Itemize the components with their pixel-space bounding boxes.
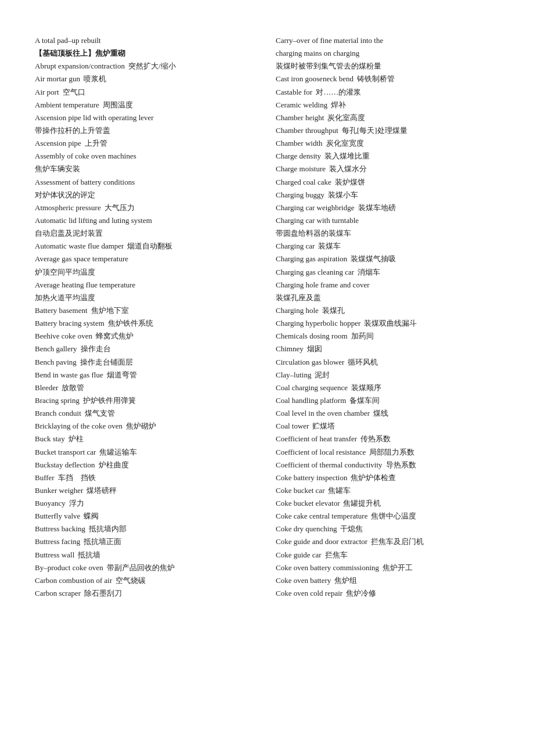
- list-item: Carbon combustion of air空气烧碳: [35, 575, 258, 586]
- entry-chinese: 焦炉炉体检查: [351, 473, 396, 482]
- entry-english: Butterfly valve: [35, 512, 80, 520]
- entry-english: Chimney: [276, 344, 304, 353]
- entry-english: 对炉体状况的评定: [35, 190, 95, 199]
- entry-chinese: 煤线: [373, 409, 388, 417]
- list-item: Average gas space temperature: [35, 253, 258, 265]
- entry-english: Air port: [35, 88, 59, 96]
- entry-english: Beehive coke oven: [35, 332, 92, 340]
- entry-chinese: 抵抗墙: [78, 550, 100, 559]
- entry-english: Coke oven battery commissioning: [276, 563, 379, 572]
- list-item: Coal charging sequence装煤顺序: [276, 382, 499, 394]
- entry-chinese: 焦炉开工: [383, 563, 413, 572]
- list-item: Buffer车挡 挡铁: [35, 472, 258, 484]
- entry-chinese: 拦焦车及启门机: [371, 537, 424, 546]
- entry-english: Coefficient of thermal conductivity: [276, 460, 383, 469]
- list-item: Cast iron gooseneck bend铸铁制桥管: [276, 73, 499, 85]
- entry-chinese: 焦罐提升机: [343, 499, 381, 507]
- entry-english: Buckstay deflection: [35, 460, 95, 469]
- entry-english: Abrupt expansion/contraction: [35, 62, 125, 70]
- list-item: 带圆盘给料器的装煤车: [276, 228, 499, 239]
- entry-chinese: 焦罐车: [328, 486, 351, 495]
- entry-chinese: 焦炉冷修: [346, 589, 376, 597]
- entry-english: Coke oven battery: [276, 576, 331, 585]
- list-item: Ambient temperature周围温度: [35, 99, 258, 111]
- list-item: Beehive coke oven蜂窝式焦炉: [35, 330, 258, 342]
- entry-english: Coke dry quenching: [276, 524, 337, 533]
- entry-chinese: 铸铁制桥管: [357, 74, 395, 83]
- entry-chinese: 贮煤塔: [312, 422, 335, 430]
- entry-english: Castable for: [276, 88, 312, 96]
- list-item: Bracing spring护炉铁件用弹簧: [35, 395, 258, 406]
- entry-english: Assessment of battery conditions: [35, 178, 135, 186]
- entry-english: Chamber width: [276, 139, 323, 147]
- entry-chinese: 炉柱: [68, 434, 84, 443]
- entry-chinese: 焦炉地下室: [91, 306, 129, 315]
- entry-english: 自动启盖及泥封装置: [35, 229, 103, 237]
- list-item: Coefficient of heat transfer传热系数: [276, 433, 499, 445]
- entry-english: Buoyancy: [35, 499, 66, 507]
- list-item: Coefficient of thermal conductivity导热系数: [276, 459, 499, 471]
- list-item: Coke oven battery commissioning焦炉开工: [276, 562, 499, 574]
- entry-chinese: 上升管: [85, 139, 107, 147]
- entry-chinese: 装入煤水分: [329, 164, 367, 173]
- entry-english: Coke battery inspection: [276, 473, 347, 482]
- list-item: Atmospheric pressure大气压力: [35, 202, 258, 214]
- list-item: Air mortar gun喷浆机: [35, 73, 258, 85]
- entry-english: Charged coal cake: [276, 178, 331, 186]
- entry-english: Bunker weigher: [35, 486, 83, 495]
- entry-english: Carbon combustion of air: [35, 576, 112, 585]
- entry-english: 焦炉车辆安装: [35, 164, 80, 173]
- entry-chinese: 带副产品回收的焦炉: [107, 563, 175, 572]
- list-item: Castable for对……的灌浆: [276, 87, 499, 98]
- main-content: A total pad–up rebuilt【基础顶板往上】焦炉重砌Abrupt…: [35, 35, 499, 600]
- entry-english: Automatic lid lifting and luting system: [35, 216, 152, 225]
- list-item: Charging buggy装煤小车: [276, 189, 499, 201]
- entry-chinese: 装煤车地磅: [358, 203, 396, 212]
- entry-chinese: 焦罐运输车: [99, 448, 137, 456]
- entry-chinese: 护炉铁件用弹簧: [83, 396, 136, 405]
- entry-english: Bricklaying of the coke oven: [35, 422, 122, 430]
- list-item: Buckstay deflection炉柱曲度: [35, 459, 258, 471]
- list-item: Charging car with turntable: [276, 215, 499, 226]
- entry-chinese: 浮力: [69, 499, 84, 507]
- list-item: 加热火道平均温度: [35, 292, 258, 304]
- list-item: Coal handling platform备煤车间: [276, 395, 499, 406]
- entry-english: Chemicals dosing room: [276, 332, 348, 340]
- list-item: Coke bucket car焦罐车: [276, 485, 499, 496]
- entry-english: Coal level in the oven chamber: [276, 409, 370, 417]
- entry-english: Chamber height: [276, 113, 324, 122]
- entry-chinese: 烟囱: [307, 344, 322, 353]
- entry-english: Charging gas cleaning car: [276, 268, 354, 276]
- entry-english: Atmospheric pressure: [35, 203, 101, 212]
- list-item: Coke dry quenching干熄焦: [276, 523, 499, 535]
- entry-chinese: 炭化室高度: [327, 113, 365, 122]
- entry-chinese: 操作走台铺面层: [80, 358, 133, 366]
- entry-chinese: 空气烧碳: [116, 576, 146, 585]
- list-item: A total pad–up rebuilt: [35, 35, 258, 46]
- entry-english: Bench gallery: [35, 344, 77, 353]
- entry-english: Charge moisture: [276, 164, 326, 173]
- entry-chinese: 喷浆机: [84, 74, 106, 83]
- list-item: Assembly of coke oven machines: [35, 150, 258, 162]
- entry-chinese: 拦焦车: [325, 550, 348, 559]
- list-item: Bucket transport car焦罐运输车: [35, 447, 258, 458]
- entry-chinese: 装炉煤饼: [335, 178, 365, 186]
- entry-english: Charging hyperbolic hopper: [276, 319, 360, 327]
- list-item: charging mains on charging: [276, 48, 499, 59]
- list-item: Carbon scraper除石墨刮刀: [35, 588, 258, 599]
- entry-english: Bucket transport car: [35, 448, 96, 456]
- list-item: Buoyancy浮力: [35, 498, 258, 509]
- entry-english: Ascension pipe: [35, 139, 81, 147]
- list-item: Charging gas cleaning car消烟车: [276, 267, 499, 278]
- entry-chinese: 炭化室宽度: [326, 139, 364, 147]
- list-item: Bench paving操作走台铺面层: [35, 357, 258, 368]
- entry-english: A total pad–up rebuilt: [35, 36, 101, 45]
- entry-chinese: 传热系数: [360, 434, 391, 443]
- entry-chinese: 操作走台: [81, 344, 111, 353]
- entry-chinese: 导热系数: [386, 460, 416, 469]
- list-item: Carry–over of fine material into the: [276, 35, 499, 46]
- entry-chinese: 消烟车: [358, 268, 380, 276]
- list-item: Charge moisture装入煤水分: [276, 163, 499, 175]
- entry-english: Automatic waste flue damper: [35, 242, 124, 250]
- entry-english: Charging car: [276, 242, 315, 250]
